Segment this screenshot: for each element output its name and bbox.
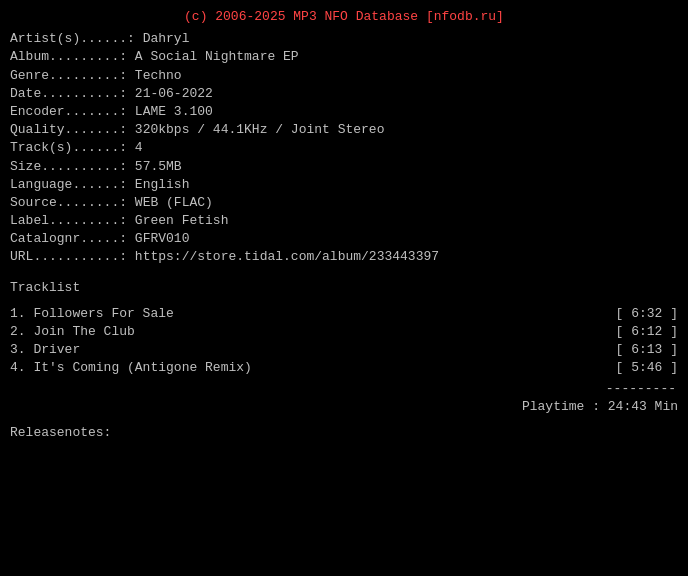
track-row: 1. Followers For Sale[ 6:32 ] bbox=[10, 305, 678, 323]
meta-key: Catalognr.....: bbox=[10, 230, 135, 248]
metadata-row: Album.........: A Social Nightmare EP bbox=[10, 48, 678, 66]
meta-key: Label.........: bbox=[10, 212, 135, 230]
meta-value: 320kbps / 44.1KHz / Joint Stereo bbox=[135, 121, 385, 139]
meta-key: Genre.........: bbox=[10, 67, 135, 85]
meta-key: Quality.......: bbox=[10, 121, 135, 139]
meta-key: Language......: bbox=[10, 176, 135, 194]
metadata-row: Catalognr.....: GFRV010 bbox=[10, 230, 678, 248]
meta-value: English bbox=[135, 176, 190, 194]
tracklist-section: Tracklist 1. Followers For Sale[ 6:32 ]2… bbox=[10, 279, 678, 416]
meta-key: Artist(s)......: bbox=[10, 30, 143, 48]
metadata-row: URL...........: https://store.tidal.com/… bbox=[10, 248, 678, 266]
meta-key: Source........: bbox=[10, 194, 135, 212]
meta-key: Date..........: bbox=[10, 85, 135, 103]
metadata-row: Language......: English bbox=[10, 176, 678, 194]
copyright-text: (c) 2006-2025 MP3 NFO Database [nfodb.ru… bbox=[184, 9, 504, 24]
meta-value: Techno bbox=[135, 67, 182, 85]
releasenotes-section: Releasenotes: bbox=[10, 424, 678, 442]
releasenotes-label: Releasenotes: bbox=[10, 425, 111, 440]
track-row: 3. Driver[ 6:13 ] bbox=[10, 341, 678, 359]
meta-value: 4 bbox=[135, 139, 143, 157]
track-title: 1. Followers For Sale bbox=[10, 305, 174, 323]
meta-key: Size..........: bbox=[10, 158, 135, 176]
meta-value: LAME 3.100 bbox=[135, 103, 213, 121]
track-title: 4. It's Coming (Antigone Remix) bbox=[10, 359, 252, 377]
meta-value: WEB (FLAC) bbox=[135, 194, 213, 212]
track-duration: [ 6:32 ] bbox=[616, 305, 678, 323]
meta-value: Dahryl bbox=[143, 30, 190, 48]
copyright-line: (c) 2006-2025 MP3 NFO Database [nfodb.ru… bbox=[10, 8, 678, 26]
meta-value: A Social Nightmare EP bbox=[135, 48, 299, 66]
tracks-container: 1. Followers For Sale[ 6:32 ]2. Join The… bbox=[10, 305, 678, 378]
track-title: 3. Driver bbox=[10, 341, 80, 359]
tracklist-header: Tracklist bbox=[10, 279, 678, 297]
meta-key: Track(s)......: bbox=[10, 139, 135, 157]
meta-value: 21-06-2022 bbox=[135, 85, 213, 103]
meta-key: Encoder.......: bbox=[10, 103, 135, 121]
track-duration: [ 5:46 ] bbox=[616, 359, 678, 377]
metadata-row: Encoder.......: LAME 3.100 bbox=[10, 103, 678, 121]
metadata-row: Date..........: 21-06-2022 bbox=[10, 85, 678, 103]
track-row: 2. Join The Club[ 6:12 ] bbox=[10, 323, 678, 341]
track-row: 4. It's Coming (Antigone Remix)[ 5:46 ] bbox=[10, 359, 678, 377]
playtime-line: Playtime : 24:43 Min bbox=[10, 398, 678, 416]
meta-key: Album.........: bbox=[10, 48, 135, 66]
metadata-row: Genre.........: Techno bbox=[10, 67, 678, 85]
meta-key: URL...........: bbox=[10, 248, 135, 266]
metadata-row: Label.........: Green Fetish bbox=[10, 212, 678, 230]
metadata-row: Track(s)......: 4 bbox=[10, 139, 678, 157]
metadata-row: Size..........: 57.5MB bbox=[10, 158, 678, 176]
meta-value: GFRV010 bbox=[135, 230, 190, 248]
track-duration: [ 6:13 ] bbox=[616, 341, 678, 359]
meta-value: https://store.tidal.com/album/233443397 bbox=[135, 248, 439, 266]
track-title: 2. Join The Club bbox=[10, 323, 135, 341]
metadata-row: Artist(s)......: Dahryl bbox=[10, 30, 678, 48]
divider-line: --------- bbox=[10, 380, 678, 398]
metadata-row: Quality.......: 320kbps / 44.1KHz / Join… bbox=[10, 121, 678, 139]
track-duration: [ 6:12 ] bbox=[616, 323, 678, 341]
meta-value: 57.5MB bbox=[135, 158, 182, 176]
metadata-row: Source........: WEB (FLAC) bbox=[10, 194, 678, 212]
meta-value: Green Fetish bbox=[135, 212, 229, 230]
metadata-section: Artist(s)......: DahrylAlbum.........: A… bbox=[10, 30, 678, 266]
